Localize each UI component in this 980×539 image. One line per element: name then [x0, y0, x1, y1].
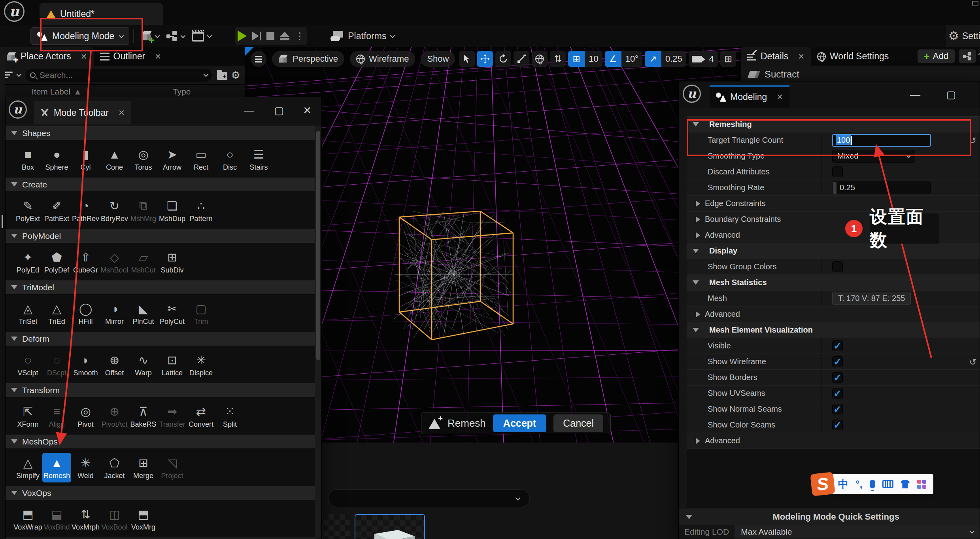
- property-show-group-colors[interactable]: Show Group Colors: [687, 259, 980, 275]
- gear-icon[interactable]: ⚙: [231, 70, 240, 80]
- tab-details[interactable]: Details ✕: [741, 47, 811, 66]
- tool-transfer[interactable]: ➡Transfer: [158, 401, 187, 431]
- show-button[interactable]: Show: [421, 51, 455, 67]
- camera-speed-button[interactable]: [689, 51, 705, 67]
- chevron-down-icon[interactable]: [17, 72, 22, 77]
- view-mode-button[interactable]: Wireframe: [350, 51, 415, 67]
- property-mesh[interactable]: MeshT: 170 V: 87 E: 255: [687, 291, 980, 306]
- property-target-triangle-count[interactable]: Target Triangle Count100↺: [687, 132, 980, 148]
- add-component-button[interactable]: +Add: [918, 49, 955, 63]
- tool-pivot[interactable]: ◎Pivot: [71, 401, 100, 431]
- play-options-button[interactable]: ⋮: [295, 34, 304, 38]
- show-color-seams-checkbox[interactable]: ✓: [832, 420, 843, 430]
- target-triangle-count-input[interactable]: 100: [832, 134, 931, 147]
- tool-stairs[interactable]: ☰Stairs: [244, 144, 273, 174]
- mode-toolbar-tab[interactable]: Mode Toolbar ✕: [34, 101, 131, 124]
- microphone-icon[interactable]: [870, 480, 875, 488]
- tool-weld[interactable]: ✳Weld: [71, 453, 100, 482]
- tool-cyl[interactable]: ▮Cyl: [71, 144, 100, 174]
- tool-convert[interactable]: ⇄Convert: [187, 401, 215, 431]
- close-icon[interactable]: ✕: [81, 52, 87, 61]
- section-deform[interactable]: Deform: [6, 332, 315, 346]
- platforms-button[interactable]: Platforms: [330, 31, 394, 42]
- show-wireframe-checkbox[interactable]: ✓: [832, 356, 843, 367]
- discard-attributes-checkbox[interactable]: [832, 166, 843, 177]
- property-discard-attributes[interactable]: Discard Attributes: [687, 164, 980, 180]
- tool-arrow[interactable]: ➤Arrow: [158, 144, 187, 174]
- move-tool-button[interactable]: [477, 51, 493, 67]
- property-show-color-seams[interactable]: Show Color Seams✓: [687, 417, 980, 433]
- mode-toolbar-header[interactable]: u Mode Toolbar ✕ — ▢ ✕: [6, 97, 321, 124]
- search-input[interactable]: [40, 70, 200, 80]
- tool-dscpt[interactable]: ◌DScpt: [42, 350, 71, 380]
- reset-to-default-icon[interactable]: ↺: [969, 357, 976, 367]
- minimize-button[interactable]: —: [244, 104, 254, 117]
- add-actor-button[interactable]: +: [142, 31, 159, 41]
- tool-voxwrap[interactable]: ⬒VoxWrap: [13, 504, 42, 534]
- perspective-button[interactable]: Perspective: [272, 51, 344, 67]
- tool-tried[interactable]: △TriEd: [42, 299, 71, 328]
- tool-lattice[interactable]: ⊡Lattice: [158, 350, 187, 380]
- tool-align[interactable]: ≡Align: [42, 401, 71, 431]
- property-visible[interactable]: Visible✓: [687, 338, 980, 354]
- close-icon[interactable]: ✕: [155, 52, 161, 61]
- column-type[interactable]: Type: [173, 87, 191, 96]
- ime-language-button[interactable]: 中: [838, 477, 848, 491]
- mode-select-button[interactable]: Modeling Mode: [30, 27, 129, 45]
- close-button[interactable]: ✕: [303, 104, 312, 117]
- section-mesh-statistics[interactable]: Mesh Statistics: [687, 275, 980, 291]
- scale-snap-value[interactable]: 0.25: [661, 51, 686, 67]
- property-show-wireframe[interactable]: Show Wireframe✓↺: [687, 354, 980, 370]
- eject-button[interactable]: [280, 32, 289, 40]
- section-create[interactable]: Create: [6, 178, 315, 192]
- tool-bdryrev[interactable]: ↻BdryRev: [100, 196, 129, 225]
- tool-voxmrg[interactable]: ⬒VoxMrg: [129, 504, 158, 534]
- tool-voxblnd[interactable]: ⬓VoxBlnd: [42, 504, 71, 534]
- tool-mshbool[interactable]: ◇MshBool: [100, 247, 129, 277]
- tool-cone[interactable]: ▲Cone: [100, 144, 129, 174]
- tool-mirror[interactable]: ◑Mirror: [100, 299, 129, 328]
- skin-icon[interactable]: [901, 480, 910, 488]
- tool-cubegr[interactable]: ⇧CubeGr: [71, 247, 100, 277]
- search-box[interactable]: [24, 68, 213, 82]
- show-borders-checkbox[interactable]: ✓: [832, 372, 843, 383]
- modeling-window-header[interactable]: u Modeling ✕ — ▢: [679, 81, 980, 108]
- toolbox-icon[interactable]: [917, 480, 926, 489]
- surface-snap-button[interactable]: ⇅: [550, 51, 566, 67]
- scale-tool-button[interactable]: [514, 51, 529, 67]
- maximize-button[interactable]: ▢: [274, 104, 284, 117]
- scale-snap-toggle[interactable]: ↗: [645, 51, 661, 67]
- tool-polyed[interactable]: ✦PolyEd: [13, 247, 42, 277]
- tool-sphere[interactable]: ●Sphere: [42, 144, 71, 174]
- tool-subdiv[interactable]: ⊞SubDiv: [158, 247, 187, 277]
- tool-bakers[interactable]: ⊼BakeRS: [129, 401, 158, 431]
- quick-settings-bar[interactable]: Modeling Mode Quick Settings: [679, 509, 980, 525]
- smoothing-type-dropdown[interactable]: Mixed: [832, 150, 915, 163]
- tool-smooth[interactable]: ◗Smooth: [71, 350, 100, 380]
- tool-vsclpt[interactable]: ◌VSclpt: [13, 350, 42, 380]
- maximize-button[interactable]: ▢: [946, 89, 956, 101]
- tool-voxbool[interactable]: ◫VoxBool: [100, 504, 129, 534]
- property-show-uvseams[interactable]: Show UVSeams✓: [687, 386, 980, 401]
- close-icon[interactable]: ✕: [776, 92, 783, 102]
- minimize-button[interactable]: —: [910, 89, 920, 101]
- tool-offset[interactable]: ⊛Offset: [100, 350, 129, 380]
- tool-trim[interactable]: ▢Trim: [187, 299, 215, 328]
- show-normal-seams-checkbox[interactable]: ✓: [832, 404, 843, 414]
- keyboard-icon[interactable]: [882, 480, 893, 488]
- show-uvseams-checkbox[interactable]: ✓: [832, 388, 843, 399]
- close-icon[interactable]: ✕: [798, 52, 804, 61]
- column-item-label[interactable]: Item Label: [32, 87, 70, 96]
- play-button[interactable]: [238, 30, 247, 42]
- tool-trisel[interactable]: ◬TriSel: [13, 299, 42, 328]
- tool-pathrev[interactable]: ◔PathRev: [71, 196, 100, 225]
- drag-handle[interactable]: [833, 182, 836, 194]
- tab-world-settings[interactable]: World Settings: [811, 47, 895, 66]
- tool-xform[interactable]: ⇱XForm: [13, 401, 42, 431]
- select-tool-button[interactable]: [459, 51, 475, 67]
- skip-button[interactable]: [252, 32, 261, 40]
- section-mesh-element-visualization[interactable]: Mesh Element Visualization: [687, 322, 980, 338]
- tool-mshcut[interactable]: ▱MshCut: [129, 247, 158, 277]
- unreal-logo-icon[interactable]: u: [4, 1, 25, 22]
- world-space-button[interactable]: [532, 51, 548, 67]
